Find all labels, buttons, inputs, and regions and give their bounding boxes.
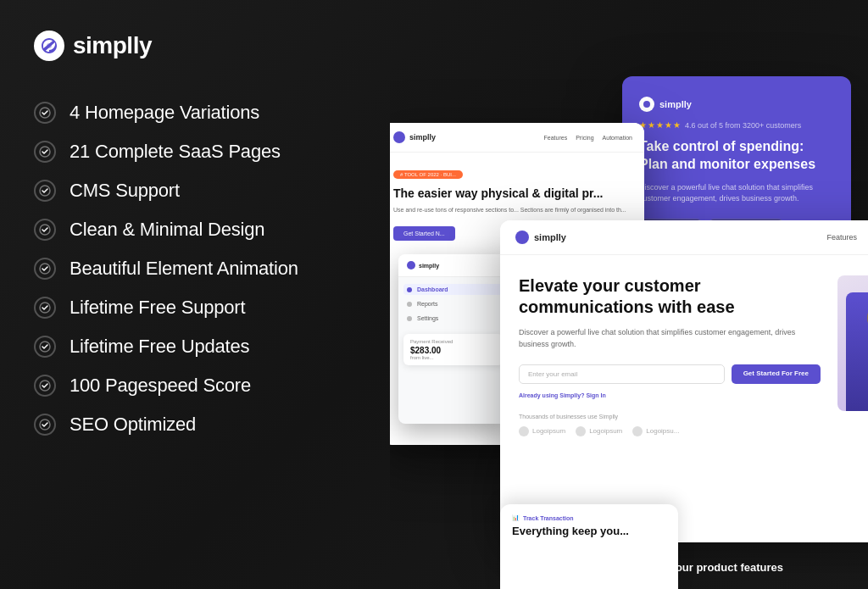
hero-cta-button[interactable]: Get Started For Free [732, 364, 821, 384]
feature-text-support: Lifetime Free Support [70, 297, 245, 319]
hero-left: Elevate your customer communications wit… [519, 275, 821, 436]
feature-text-homepage: 4 Homepage Variations [70, 102, 259, 124]
logo-icon-1 [519, 426, 529, 436]
hero-nav: simplly Features Pricing Automation [500, 220, 868, 255]
payment-sub: from live... [410, 355, 497, 360]
hero-logos-row: Logoipsum Logoipsum Logoipsu... [519, 426, 821, 436]
card-brand-icon [639, 97, 654, 112]
payment-amount: $283.00 [410, 346, 497, 355]
logo-icon-2 [576, 426, 586, 436]
logo-area: simplly [34, 31, 356, 61]
feature-item: 4 Homepage Variations [34, 93, 356, 132]
hero-signin: Already using Simplly? Sign In [519, 392, 821, 398]
nav-link-automation: Automation [603, 135, 632, 141]
hero-sub: Discover a powerful live chat solution t… [519, 326, 821, 351]
feature-text-pages: 21 Complete SaaS Pages [70, 141, 281, 163]
check-icon-homepage [34, 102, 56, 124]
hero-logo-1: Logoipsum [519, 426, 565, 436]
hero-card: simplly Features Pricing Automation Elev… [500, 220, 868, 542]
feature-item: 21 Complete SaaS Pages [34, 132, 356, 171]
hero-right: Simplly · 52 online [837, 275, 868, 436]
hero-person-image [837, 275, 868, 411]
logo-name-3: Logoipsu... [646, 427, 679, 435]
card-nav-logo: simplly [393, 131, 436, 143]
svg-point-0 [47, 43, 52, 48]
top-badge: # TOOL OF 2022 · BUI... [393, 170, 463, 179]
hero-logo-3: Logoipsu... [632, 426, 679, 436]
logo-icon [34, 31, 64, 61]
stars-icon: ★★★★★ [639, 120, 682, 130]
page-wrapper: simplly 4 Homepage Variations 21 Complet… [0, 0, 868, 589]
payment-label: Payment Received [410, 339, 497, 344]
check-icon-pages [34, 141, 56, 163]
check-icon-seo [34, 414, 56, 436]
check-icon-updates [34, 336, 56, 358]
feature-item: Clean & Minimal Design [34, 210, 356, 249]
check-icon-pagespeed [34, 375, 56, 397]
smi-dot [407, 302, 412, 307]
rating-text: 4.6 out of 5 from 3200+ customers [685, 121, 801, 130]
hero-logo-2: Logoipsum [576, 426, 622, 436]
feature-text-seo: SEO Optimized [70, 414, 196, 436]
hero-logos-label: Thousands of businesses use Simplly [519, 414, 821, 420]
hero-nav-links: Features Pricing Automation [826, 233, 868, 242]
hero-email-input[interactable]: Enter your email [519, 364, 725, 384]
check-icon-support [34, 297, 56, 319]
feature-text-cms: CMS Support [70, 180, 180, 202]
check-icon-cms [34, 180, 56, 202]
feature-text-updates: Lifetime Free Updates [70, 336, 249, 358]
smi-text-settings: Settings [417, 315, 438, 321]
sidebar-menu-reports: Reports [403, 298, 504, 309]
person-silhouette [846, 292, 868, 411]
right-panel: simplly ★★★★★ 4.6 out of 5 from 3200+ cu… [390, 0, 868, 589]
sidebar-header: simplly [398, 254, 509, 277]
feature-item: Beautiful Element Animation [34, 249, 356, 288]
partial-bottom-card: 📊 Track Transaction Everything keep you.… [500, 504, 678, 589]
feature-item: Lifetime Free Support [34, 288, 356, 327]
feature-list: 4 Homepage Variations 21 Complete SaaS P… [34, 93, 356, 444]
smi-text-dashboard: Dashboard [417, 286, 448, 292]
track-icon: 📊 [512, 514, 520, 521]
nav-logo-text: simplly [409, 133, 436, 142]
payment-chip: Payment Received $283.00 from live... [403, 334, 504, 365]
feature-text-design: Clean & Minimal Design [70, 219, 264, 241]
feature-text-animation: Beautiful Element Animation [70, 258, 298, 280]
svg-point-10 [643, 101, 650, 108]
left-panel: simplly 4 Homepage Variations 21 Complet… [0, 0, 390, 589]
nav-link-features: Features [544, 135, 568, 141]
hero-logo-text: simplly [534, 232, 566, 242]
nav-logo-icon [393, 131, 405, 143]
card-main-desc: Use and re-use tons of responsive sectio… [393, 206, 632, 215]
sidebar-brand-text: simplly [419, 263, 439, 269]
blue-card-subtext: Discover a powerful live chat solution t… [639, 182, 834, 205]
hero-body: Elevate your customer communications wit… [500, 255, 868, 457]
card-main-headline: The easier way physical & digital pr... [393, 186, 632, 201]
sidebar-menu-settings: Settings [403, 313, 504, 324]
blue-card-headline: Take control of spending: Plan and monit… [639, 138, 834, 174]
card-nav: simplly Features Pricing Automation [390, 123, 644, 153]
smi-text-reports: Reports [417, 301, 438, 307]
feature-item: 100 Pagespeed Score [34, 366, 356, 405]
smi-dot [407, 287, 412, 292]
check-icon-design [34, 219, 56, 241]
partial-card-label: 📊 Track Transaction [512, 514, 666, 521]
card-brand-row: simplly [639, 97, 834, 112]
card-nav-links: Features Pricing Automation [544, 135, 632, 141]
logo-name-2: Logoipsum [589, 427, 622, 435]
logo-icon-3 [632, 426, 643, 436]
feature-item: Lifetime Free Updates [34, 327, 356, 366]
check-icon-animation [34, 258, 56, 280]
sidebar-menu-dashboard: Dashboard [403, 284, 504, 295]
sidebar-menu: Dashboard Reports Settings [398, 277, 509, 331]
feature-text-pagespeed: 100 Pagespeed Score [70, 375, 251, 397]
sidebar-card: simplly Dashboard Reports Settings Payme… [398, 254, 509, 424]
logo-name-1: Logoipsum [532, 427, 565, 435]
sidebar-logo-icon [407, 261, 415, 269]
smi-dot [407, 316, 412, 321]
hero-nav-features: Features [826, 233, 857, 242]
partial-card-headline: Everything keep you... [512, 525, 666, 538]
card-cta-button[interactable]: Get Started N... [393, 226, 455, 241]
logo-text: simplly [73, 32, 152, 59]
hero-headline: Elevate your customer communications wit… [519, 275, 821, 318]
hero-nav-logo: simplly [515, 231, 566, 244]
